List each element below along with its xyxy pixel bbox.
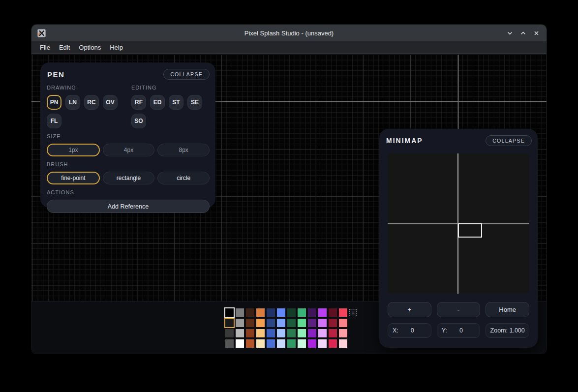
brush-rectangle-button[interactable]: rectangle bbox=[103, 172, 155, 184]
zoom-out-button[interactable]: - bbox=[437, 302, 481, 317]
zoom-readout-text: Zoom: 1.000 bbox=[490, 327, 525, 334]
x-value: 0 bbox=[398, 327, 431, 334]
app-window: Pixel Splash Studio - (unsaved) File Edi… bbox=[31, 25, 547, 354]
palette-swatch[interactable] bbox=[308, 319, 316, 327]
close-icon[interactable] bbox=[532, 29, 541, 37]
palette-swatch[interactable] bbox=[318, 339, 327, 348]
window-controls bbox=[505, 29, 541, 37]
tool-ed-button[interactable]: ED bbox=[150, 95, 165, 110]
palette-swatch[interactable] bbox=[256, 329, 265, 337]
palette-swatch[interactable] bbox=[308, 329, 316, 337]
palette-swatch[interactable] bbox=[339, 339, 347, 348]
palette-swatch[interactable] bbox=[246, 329, 254, 337]
tool-se-button[interactable]: SE bbox=[187, 95, 202, 110]
palette-swatch[interactable] bbox=[339, 329, 347, 337]
palette-swatch[interactable] bbox=[267, 319, 275, 327]
palette-swatch[interactable] bbox=[246, 319, 254, 327]
palette-swatch[interactable] bbox=[287, 339, 296, 348]
actions-section-label: ACTIONS bbox=[47, 189, 210, 195]
size-4px-button[interactable]: 4px bbox=[103, 144, 155, 156]
palette-swatch[interactable] bbox=[236, 308, 244, 317]
palette-swatch[interactable] bbox=[329, 339, 337, 348]
palette-swatch[interactable] bbox=[329, 329, 337, 337]
tool-grid: DRAWING PN LN RC OV FL EDITING RF bbox=[40, 80, 215, 128]
palette-swatch[interactable] bbox=[298, 308, 306, 317]
menu-edit[interactable]: Edit bbox=[55, 41, 74, 54]
palette-swatch[interactable] bbox=[308, 339, 316, 348]
pen-collapse-button[interactable]: COLLAPSE bbox=[163, 69, 210, 80]
palette-swatch[interactable] bbox=[329, 308, 337, 317]
zoom-in-button[interactable]: + bbox=[388, 302, 431, 317]
size-1px-button[interactable]: 1px bbox=[47, 144, 100, 156]
minimap-panel: MINIMAP COLLAPSE + - Home X: 0 bbox=[379, 129, 538, 348]
editing-tools: RF ED ST SE SO bbox=[131, 95, 202, 128]
palette-swatch[interactable] bbox=[267, 308, 275, 317]
palette-swatch[interactable] bbox=[339, 308, 347, 317]
palette-swatch[interactable] bbox=[339, 319, 347, 327]
palette-swatch[interactable] bbox=[277, 308, 285, 317]
palette-swatch[interactable] bbox=[267, 329, 275, 337]
tool-rf-button[interactable]: RF bbox=[131, 95, 146, 110]
minimap-collapse-button[interactable]: COLLAPSE bbox=[486, 135, 532, 146]
palette-swatch[interactable] bbox=[318, 319, 327, 327]
brush-options: fine-point rectangle circle bbox=[47, 172, 210, 184]
palette-swatch[interactable] bbox=[267, 339, 275, 348]
editing-tool-column: EDITING RF ED ST SE SO bbox=[131, 80, 202, 128]
home-button[interactable]: Home bbox=[486, 302, 529, 317]
size-section-label: SIZE bbox=[47, 133, 210, 139]
palette-swatch[interactable] bbox=[225, 329, 234, 337]
drawing-tools: PN LN RC OV FL bbox=[47, 95, 118, 128]
palette-swatch[interactable] bbox=[318, 308, 327, 317]
palette-swatch[interactable] bbox=[298, 329, 306, 337]
menu-file[interactable]: File bbox=[35, 41, 55, 54]
palette-swatch[interactable] bbox=[308, 308, 316, 317]
x-label: X: bbox=[388, 327, 398, 334]
minimap-viewport-rect[interactable] bbox=[458, 223, 482, 238]
palette-swatch[interactable] bbox=[298, 319, 306, 327]
minimap-view[interactable] bbox=[388, 153, 529, 294]
palette-swatch[interactable] bbox=[277, 329, 285, 337]
menubar: File Edit Options Help bbox=[31, 41, 547, 54]
brush-fine-point-button[interactable]: fine-point bbox=[47, 172, 100, 184]
palette-swatch[interactable] bbox=[287, 329, 296, 337]
drawing-canvas[interactable]: + PEN COLLAPSE DRAWING PN LN RC OV bbox=[31, 55, 547, 354]
palette-swatch[interactable] bbox=[277, 319, 285, 327]
palette-swatch[interactable] bbox=[225, 319, 234, 327]
tool-fill-button[interactable]: FL bbox=[47, 114, 61, 128]
tool-oval-button[interactable]: OV bbox=[103, 95, 118, 110]
palette-swatch[interactable] bbox=[287, 308, 296, 317]
drawing-section-label: DRAWING bbox=[47, 85, 118, 90]
minimize-chevron-down-icon[interactable] bbox=[505, 29, 514, 37]
brush-circle-button[interactable]: circle bbox=[157, 172, 210, 184]
palette-swatch[interactable] bbox=[287, 319, 296, 327]
palette-swatch[interactable] bbox=[225, 308, 234, 317]
palette-swatch[interactable] bbox=[256, 319, 265, 327]
palette-swatch[interactable] bbox=[236, 339, 244, 348]
maximize-chevron-up-icon[interactable] bbox=[518, 29, 527, 37]
tool-line-button[interactable]: LN bbox=[65, 95, 80, 110]
palette-swatch[interactable] bbox=[298, 339, 306, 348]
tool-st-button[interactable]: ST bbox=[169, 95, 183, 110]
tool-pen-button[interactable]: PN bbox=[47, 95, 61, 110]
pen-panel-header: PEN COLLAPSE bbox=[40, 62, 215, 80]
palette-swatch[interactable] bbox=[256, 308, 265, 317]
add-reference-button[interactable]: Add Reference bbox=[47, 200, 210, 213]
tool-rect-button[interactable]: RC bbox=[84, 95, 99, 110]
add-color-button[interactable]: + bbox=[349, 309, 357, 316]
tool-so-button[interactable]: SO bbox=[131, 114, 146, 128]
palette-swatch[interactable] bbox=[256, 339, 265, 348]
palette-swatch[interactable] bbox=[277, 339, 285, 348]
brush-section-label: BRUSH bbox=[47, 161, 210, 167]
size-8px-button[interactable]: 8px bbox=[157, 144, 210, 156]
menu-help[interactable]: Help bbox=[105, 41, 127, 54]
palette-swatch[interactable] bbox=[225, 339, 234, 348]
palette-swatch[interactable] bbox=[236, 329, 244, 337]
minimap-panel-header: MINIMAP COLLAPSE bbox=[379, 129, 538, 146]
titlebar[interactable]: Pixel Splash Studio - (unsaved) bbox=[31, 25, 547, 41]
menu-options[interactable]: Options bbox=[74, 41, 105, 54]
palette-swatch[interactable] bbox=[329, 319, 337, 327]
palette-swatch[interactable] bbox=[318, 329, 327, 337]
palette-swatch[interactable] bbox=[236, 319, 244, 327]
palette-swatch[interactable] bbox=[246, 308, 254, 317]
palette-swatch[interactable] bbox=[246, 339, 254, 348]
